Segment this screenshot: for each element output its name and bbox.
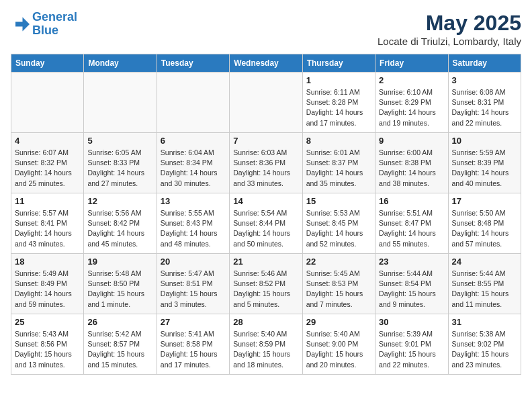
table-row: 27Sunrise: 5:41 AM Sunset: 8:58 PM Dayli… [157, 314, 229, 375]
table-row: 12Sunrise: 5:56 AM Sunset: 8:42 PM Dayli… [84, 193, 157, 254]
day-info: Sunrise: 6:11 AM Sunset: 8:28 PM Dayligh… [306, 87, 371, 128]
col-friday: Friday [375, 54, 448, 73]
col-thursday: Thursday [302, 54, 375, 73]
table-row: 16Sunrise: 5:51 AM Sunset: 8:47 PM Dayli… [375, 193, 448, 254]
logo-line1: General [32, 10, 77, 24]
day-number: 27 [161, 317, 226, 327]
table-row: 29Sunrise: 5:40 AM Sunset: 9:00 PM Dayli… [302, 314, 375, 375]
day-number: 28 [233, 317, 298, 327]
day-number: 16 [379, 196, 444, 206]
day-info: Sunrise: 6:01 AM Sunset: 8:37 PM Dayligh… [306, 148, 371, 189]
day-info: Sunrise: 6:03 AM Sunset: 8:36 PM Dayligh… [233, 148, 298, 189]
day-number: 31 [452, 317, 517, 327]
day-info: Sunrise: 5:49 AM Sunset: 8:49 PM Dayligh… [15, 269, 80, 310]
logo-text: General Blue [32, 11, 77, 38]
table-row: 31Sunrise: 5:38 AM Sunset: 9:02 PM Dayli… [448, 314, 521, 375]
calendar-week-row: 1Sunrise: 6:11 AM Sunset: 8:28 PM Daylig… [11, 73, 521, 133]
day-info: Sunrise: 5:53 AM Sunset: 8:45 PM Dayligh… [306, 208, 371, 249]
day-info: Sunrise: 5:54 AM Sunset: 8:44 PM Dayligh… [233, 208, 298, 249]
table-row [11, 73, 84, 133]
col-monday: Monday [84, 54, 157, 73]
table-row: 13Sunrise: 5:55 AM Sunset: 8:43 PM Dayli… [157, 193, 229, 254]
day-info: Sunrise: 6:10 AM Sunset: 8:29 PM Dayligh… [379, 87, 444, 128]
day-number: 14 [233, 196, 298, 206]
day-number: 21 [233, 257, 298, 267]
day-info: Sunrise: 5:44 AM Sunset: 8:54 PM Dayligh… [379, 269, 444, 310]
col-wednesday: Wednesday [230, 54, 302, 73]
day-number: 26 [87, 317, 152, 327]
page-header: General Blue May 2025 Locate di Triulzi,… [11, 11, 521, 47]
table-row: 19Sunrise: 5:48 AM Sunset: 8:50 PM Dayli… [84, 254, 157, 314]
table-row: 3Sunrise: 6:08 AM Sunset: 8:31 PM Daylig… [448, 73, 521, 133]
table-row: 10Sunrise: 5:59 AM Sunset: 8:39 PM Dayli… [448, 133, 521, 193]
title-block: May 2025 Locate di Triulzi, Lombardy, It… [378, 11, 521, 47]
location-title: Locate di Triulzi, Lombardy, Italy [378, 36, 521, 47]
table-row: 28Sunrise: 5:40 AM Sunset: 8:59 PM Dayli… [230, 314, 302, 375]
table-row: 6Sunrise: 6:04 AM Sunset: 8:34 PM Daylig… [157, 133, 229, 193]
day-info: Sunrise: 5:56 AM Sunset: 8:42 PM Dayligh… [87, 208, 152, 249]
table-row: 5Sunrise: 6:05 AM Sunset: 8:33 PM Daylig… [84, 133, 157, 193]
calendar-week-row: 25Sunrise: 5:43 AM Sunset: 8:56 PM Dayli… [11, 314, 521, 375]
calendar-week-row: 18Sunrise: 5:49 AM Sunset: 8:49 PM Dayli… [11, 254, 521, 314]
table-row: 26Sunrise: 5:42 AM Sunset: 8:57 PM Dayli… [84, 314, 157, 375]
day-number: 8 [306, 136, 371, 146]
table-row: 11Sunrise: 5:57 AM Sunset: 8:41 PM Dayli… [11, 193, 84, 254]
day-number: 23 [379, 257, 444, 267]
day-info: Sunrise: 5:44 AM Sunset: 8:55 PM Dayligh… [452, 269, 517, 310]
day-number: 19 [87, 257, 152, 267]
table-row [84, 73, 157, 133]
table-row [157, 73, 229, 133]
table-row: 2Sunrise: 6:10 AM Sunset: 8:29 PM Daylig… [375, 73, 448, 133]
table-row: 8Sunrise: 6:01 AM Sunset: 8:37 PM Daylig… [302, 133, 375, 193]
col-saturday: Saturday [448, 54, 521, 73]
day-info: Sunrise: 5:40 AM Sunset: 8:59 PM Dayligh… [233, 329, 298, 370]
col-sunday: Sunday [11, 54, 84, 73]
day-number: 20 [161, 257, 226, 267]
day-number: 4 [15, 136, 80, 146]
table-row: 1Sunrise: 6:11 AM Sunset: 8:28 PM Daylig… [302, 73, 375, 133]
table-row: 18Sunrise: 5:49 AM Sunset: 8:49 PM Dayli… [11, 254, 84, 314]
day-info: Sunrise: 5:46 AM Sunset: 8:52 PM Dayligh… [233, 269, 298, 310]
table-row: 24Sunrise: 5:44 AM Sunset: 8:55 PM Dayli… [448, 254, 521, 314]
day-number: 24 [452, 257, 517, 267]
table-row: 7Sunrise: 6:03 AM Sunset: 8:36 PM Daylig… [230, 133, 302, 193]
svg-marker-0 [15, 17, 30, 31]
day-number: 5 [87, 136, 152, 146]
day-info: Sunrise: 6:08 AM Sunset: 8:31 PM Dayligh… [452, 87, 517, 128]
table-row: 9Sunrise: 6:00 AM Sunset: 8:38 PM Daylig… [375, 133, 448, 193]
day-info: Sunrise: 5:41 AM Sunset: 8:58 PM Dayligh… [161, 329, 226, 370]
table-row: 23Sunrise: 5:44 AM Sunset: 8:54 PM Dayli… [375, 254, 448, 314]
day-number: 17 [452, 196, 517, 206]
day-info: Sunrise: 5:55 AM Sunset: 8:43 PM Dayligh… [161, 208, 226, 249]
day-number: 1 [306, 75, 371, 85]
day-number: 12 [87, 196, 152, 206]
day-number: 22 [306, 257, 371, 267]
table-row: 17Sunrise: 5:50 AM Sunset: 8:48 PM Dayli… [448, 193, 521, 254]
day-number: 6 [161, 136, 226, 146]
day-info: Sunrise: 6:05 AM Sunset: 8:33 PM Dayligh… [87, 148, 152, 189]
day-number: 11 [15, 196, 80, 206]
calendar-table: Sunday Monday Tuesday Wednesday Thursday… [11, 54, 521, 375]
day-info: Sunrise: 5:51 AM Sunset: 8:47 PM Dayligh… [379, 208, 444, 249]
day-number: 13 [161, 196, 226, 206]
day-number: 25 [15, 317, 80, 327]
table-row: 15Sunrise: 5:53 AM Sunset: 8:45 PM Dayli… [302, 193, 375, 254]
day-number: 18 [15, 257, 80, 267]
calendar-header-row: Sunday Monday Tuesday Wednesday Thursday… [11, 54, 521, 73]
day-info: Sunrise: 5:48 AM Sunset: 8:50 PM Dayligh… [87, 269, 152, 310]
day-number: 9 [379, 136, 444, 146]
table-row: 25Sunrise: 5:43 AM Sunset: 8:56 PM Dayli… [11, 314, 84, 375]
logo-line2: Blue [32, 24, 58, 37]
col-tuesday: Tuesday [157, 54, 229, 73]
month-title: May 2025 [378, 11, 521, 36]
table-row: 30Sunrise: 5:39 AM Sunset: 9:01 PM Dayli… [375, 314, 448, 375]
day-info: Sunrise: 5:38 AM Sunset: 9:02 PM Dayligh… [452, 329, 517, 370]
day-number: 15 [306, 196, 371, 206]
day-number: 30 [379, 317, 444, 327]
day-info: Sunrise: 5:57 AM Sunset: 8:41 PM Dayligh… [15, 208, 80, 249]
day-number: 29 [306, 317, 371, 327]
day-info: Sunrise: 5:42 AM Sunset: 8:57 PM Dayligh… [87, 329, 152, 370]
table-row: 20Sunrise: 5:47 AM Sunset: 8:51 PM Dayli… [157, 254, 229, 314]
day-info: Sunrise: 6:00 AM Sunset: 8:38 PM Dayligh… [379, 148, 444, 189]
day-info: Sunrise: 5:40 AM Sunset: 9:00 PM Dayligh… [306, 329, 371, 370]
